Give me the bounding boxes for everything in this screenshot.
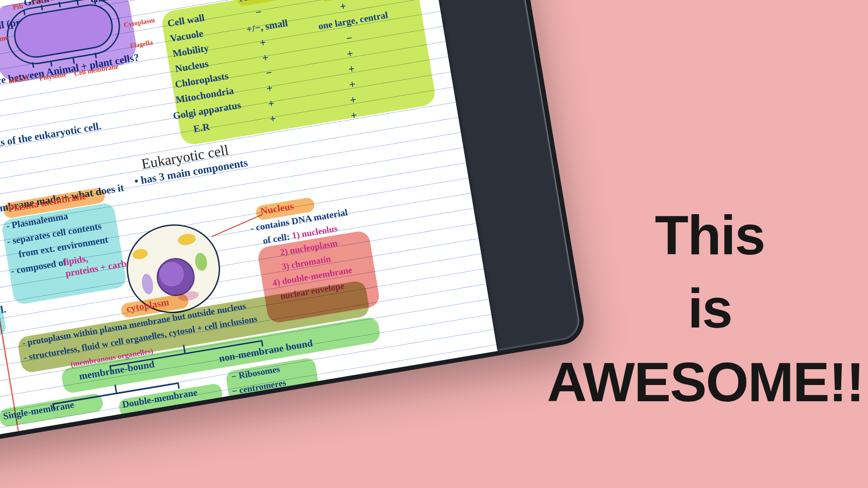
headline-line-3: AWESOME!!! <box>547 346 868 419</box>
notebook-page[interactable]: classification of cells? ② Name the part… <box>0 0 498 447</box>
headline-text: This is AWESOME!!! <box>547 199 868 419</box>
headline-line-2: is <box>547 272 868 345</box>
headline-line-1: This <box>547 199 868 272</box>
question-4: ④ 3 main components of the eukaryotic ce… <box>0 120 102 164</box>
label-pili: Pili <box>12 2 24 12</box>
ipad-device: Biology study notes ••• Rough answers Ap… <box>0 0 587 448</box>
